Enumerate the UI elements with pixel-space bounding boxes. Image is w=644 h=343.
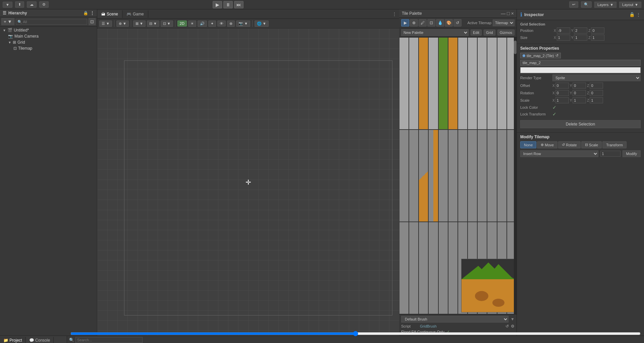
cloud-button[interactable]: ☁ xyxy=(27,1,37,8)
hierarchy-filter-button[interactable]: ⊡ xyxy=(89,18,96,25)
tile-cell-0[interactable] xyxy=(399,37,409,130)
tile-cell-6[interactable] xyxy=(458,37,468,130)
tile-cell-12[interactable] xyxy=(399,130,409,222)
tile-cell-1[interactable] xyxy=(409,37,419,130)
console-tab[interactable]: 💬 Console xyxy=(26,337,54,343)
asset-search-input[interactable] xyxy=(75,337,143,343)
tab-more-button[interactable]: ⋮ xyxy=(390,10,399,18)
size-z-input[interactable] xyxy=(591,35,604,41)
tile-cell-14[interactable] xyxy=(419,130,428,222)
scene-camera-button[interactable]: 📷 ▼ xyxy=(236,20,250,27)
settings-button[interactable]: ⚙ xyxy=(39,1,49,8)
palette-fill-tool[interactable]: 🎨 xyxy=(445,19,453,27)
delete-selection-button[interactable]: Delete Selection xyxy=(520,120,641,128)
pos-x-input[interactable] xyxy=(557,28,570,34)
zoom-slider[interactable] xyxy=(70,336,641,336)
tile-cell-7[interactable] xyxy=(468,37,477,130)
script-refresh-icon[interactable]: ↺ xyxy=(505,324,509,329)
inspector-lock-icon[interactable]: 🔒 xyxy=(629,12,635,17)
tile-cell-24[interactable] xyxy=(399,222,409,314)
inspector-more-icon[interactable]: ⋮ xyxy=(636,12,641,17)
sc-y-input[interactable] xyxy=(573,97,586,103)
tile-cell-20[interactable] xyxy=(477,130,487,222)
hierarchy-item-main-camera[interactable]: 📷 Main Camera xyxy=(5,33,97,39)
tile-cell-3[interactable] xyxy=(428,37,438,130)
off-z-input[interactable] xyxy=(590,83,603,89)
pos-z-input[interactable] xyxy=(591,28,604,34)
tile-cell-27[interactable] xyxy=(428,222,438,314)
tile-canvas[interactable] xyxy=(399,37,517,314)
project-tab[interactable]: 📁 Project xyxy=(0,337,26,343)
pos-y-input[interactable] xyxy=(574,28,587,34)
off-x-input[interactable] xyxy=(555,83,569,89)
hierarchy-add-button[interactable]: + ▼ xyxy=(1,18,14,25)
tile-cell-17[interactable] xyxy=(448,130,458,222)
size-x-input[interactable] xyxy=(557,35,570,41)
game-tab[interactable]: 🎮 Game xyxy=(122,10,148,18)
palette-grid-button[interactable]: Grid xyxy=(484,30,495,36)
scene-fx-button[interactable]: ✦ xyxy=(208,20,216,27)
palette-gizmos-button[interactable]: Gizmos xyxy=(497,30,515,36)
off-y-input[interactable] xyxy=(573,83,586,89)
modify-rotate-tab[interactable]: ↺Rotate xyxy=(558,141,580,148)
scene-render-tool[interactable]: ⊡ ▼ xyxy=(161,20,173,27)
tile-cell-10[interactable] xyxy=(497,37,507,130)
scene-hidden-button[interactable]: 👁 xyxy=(217,20,226,27)
new-palette-dropdown[interactable]: New Palette xyxy=(401,29,469,36)
modify-none-tab[interactable]: None xyxy=(520,141,536,148)
tile-cell-19[interactable] xyxy=(468,130,477,222)
scene-view[interactable]: ✛ xyxy=(97,29,399,336)
hierarchy-item-untitled[interactable]: ▼ 🎬 Untitled* xyxy=(0,27,97,33)
hierarchy-lock-icon[interactable]: 🔒 xyxy=(83,11,88,15)
tile-cell-2[interactable] xyxy=(419,37,428,130)
layout-dropdown[interactable]: Layout ▼ xyxy=(619,2,641,8)
tile-cell-21[interactable] xyxy=(487,130,497,222)
scene-snap-tool[interactable]: ⊠ ▼ xyxy=(133,20,146,27)
tile-cell-13[interactable] xyxy=(409,130,419,222)
insert-row-dropdown[interactable]: Insert Row xyxy=(520,150,598,157)
tile-cell-18[interactable] xyxy=(458,130,468,222)
scene-2d-button[interactable]: 2D xyxy=(177,20,187,27)
tile-cell-28[interactable] xyxy=(438,222,448,314)
layers-dropdown[interactable]: Layers ▼ xyxy=(594,2,616,8)
tile-cell-16[interactable] xyxy=(438,130,448,222)
pause-button[interactable]: ⏸ xyxy=(223,1,233,8)
palette-paint-tool[interactable]: 🖊 xyxy=(419,19,427,27)
sc-z-input[interactable] xyxy=(590,97,603,103)
undo-button[interactable]: ↩ xyxy=(569,1,578,8)
hierarchy-item-tilemap[interactable]: ⊡ Tilemap xyxy=(11,45,97,51)
scene-light-button[interactable]: ☀ xyxy=(188,20,196,27)
hierarchy-more-icon[interactable]: ⋮ xyxy=(90,11,94,15)
tile-cell-29[interactable] xyxy=(448,222,458,314)
scene-audio-button[interactable]: 🔊 xyxy=(198,20,207,27)
scene-draw-tool[interactable]: ☰ ▼ xyxy=(99,20,112,27)
rot-x-input[interactable] xyxy=(555,90,569,96)
tile-cell-5[interactable] xyxy=(448,37,458,130)
palette-scrollbar-thumb[interactable] xyxy=(514,41,517,54)
modify-action-button[interactable]: Modify xyxy=(623,150,641,157)
tile-cell-26[interactable] xyxy=(419,222,428,314)
hierarchy-search-input[interactable] xyxy=(16,19,87,25)
tile-cell-9[interactable] xyxy=(487,37,497,130)
palette-select-tool[interactable]: ▶ xyxy=(401,19,409,27)
palette-pick-tool[interactable]: 💧 xyxy=(436,19,444,27)
script-settings-icon[interactable]: ⚙ xyxy=(511,324,515,329)
scene-pivot-tool[interactable]: ⊕ ▼ xyxy=(116,20,129,27)
palette-maximize-button[interactable]: □ xyxy=(507,11,509,16)
brush-dropdown[interactable]: Default Brush xyxy=(401,316,508,323)
palette-move-tool[interactable]: ⊕ xyxy=(410,19,418,27)
insert-row-input[interactable] xyxy=(600,151,621,157)
active-tilemap-dropdown[interactable]: Tilemap xyxy=(493,19,515,26)
scene-gizmo-tool[interactable]: ⊟ ▼ xyxy=(147,20,159,27)
modify-transform-tab[interactable]: Transform xyxy=(602,141,627,148)
modify-move-tab[interactable]: ⊕Move xyxy=(537,141,557,148)
tile-cell-4[interactable] xyxy=(438,37,448,130)
tile-cell-8[interactable] xyxy=(477,37,487,130)
play-button[interactable]: ▶ xyxy=(213,1,222,8)
render-type-dropdown[interactable]: Sprite xyxy=(552,75,641,81)
palette-close-button[interactable]: × xyxy=(511,11,514,16)
modify-scale-tab[interactable]: ⊟Scale xyxy=(581,141,602,148)
account-button[interactable]: ▼ xyxy=(3,2,12,8)
color-input[interactable] xyxy=(520,67,641,73)
palette-scrollbar[interactable] xyxy=(514,37,517,314)
